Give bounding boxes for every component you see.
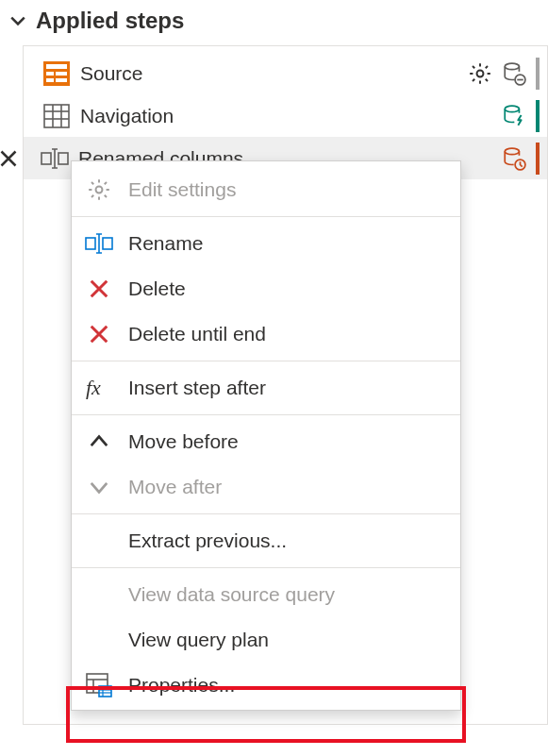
gear-icon[interactable] (466, 59, 494, 88)
menu-extract-previous[interactable]: Extract previous... (72, 518, 460, 563)
step-source[interactable]: Source (24, 52, 547, 94)
menu-label: View query plan (128, 629, 269, 651)
gear-icon (85, 176, 113, 204)
close-icon (85, 320, 113, 348)
menu-label: Extract previous... (128, 529, 287, 552)
status-bar (536, 100, 540, 132)
step-label: Source (80, 62, 143, 85)
menu-separator (72, 216, 460, 217)
svg-point-6 (477, 70, 484, 76)
menu-edit-settings: Edit settings (72, 167, 460, 212)
svg-rect-1 (46, 64, 67, 69)
panel-title: Applied steps (36, 8, 184, 34)
menu-move-after: Move after (72, 464, 460, 510)
chevron-down-icon (85, 473, 113, 501)
close-icon (85, 275, 113, 303)
svg-point-20 (96, 187, 103, 193)
panel-header[interactable]: Applied steps (0, 0, 548, 45)
chevron-down-icon (9, 12, 26, 29)
database-bolt-icon (500, 102, 528, 130)
svg-point-7 (505, 63, 519, 70)
database-clock-icon (500, 144, 528, 173)
svg-rect-3 (56, 72, 67, 76)
table-icon (42, 103, 71, 129)
svg-rect-28 (99, 686, 111, 697)
menu-move-before[interactable]: Move before (72, 419, 460, 464)
status-bar (536, 58, 540, 90)
menu-label: Delete until end (128, 323, 266, 345)
menu-label: Insert step after (128, 377, 266, 399)
svg-point-14 (505, 106, 519, 112)
menu-label: Delete (128, 277, 186, 300)
menu-separator (72, 414, 460, 415)
svg-point-18 (505, 148, 519, 155)
svg-rect-9 (44, 105, 69, 127)
svg-rect-22 (103, 238, 112, 249)
status-bar (536, 143, 540, 175)
menu-view-data-source-query: View data source query (72, 572, 460, 617)
menu-label: Move before (128, 430, 239, 453)
menu-label: View data source query (128, 583, 335, 606)
menu-view-query-plan[interactable]: View query plan (72, 617, 460, 663)
menu-delete-until-end[interactable]: Delete until end (72, 311, 460, 357)
fx-icon: fx (85, 374, 113, 402)
menu-delete[interactable]: Delete (72, 266, 460, 311)
svg-rect-5 (56, 78, 67, 82)
svg-text:fx: fx (86, 377, 101, 399)
svg-rect-16 (58, 153, 68, 164)
menu-insert-step-after[interactable]: fx Insert step after (72, 365, 460, 411)
delete-step-icon[interactable] (0, 149, 18, 168)
svg-rect-4 (46, 78, 54, 82)
svg-rect-21 (86, 238, 95, 249)
properties-icon (85, 671, 113, 699)
rename-columns-icon (41, 145, 69, 172)
context-menu: Edit settings Rename Delete Delete until… (71, 160, 461, 711)
menu-separator (72, 513, 460, 514)
step-label: Navigation (80, 105, 174, 127)
menu-rename[interactable]: Rename (72, 221, 460, 266)
menu-label: Rename (128, 232, 203, 255)
menu-label: Edit settings (128, 178, 236, 201)
step-navigation[interactable]: Navigation (24, 94, 547, 137)
menu-label: Move after (128, 476, 222, 498)
svg-rect-2 (46, 72, 54, 76)
table-source-icon (42, 60, 71, 87)
menu-separator (72, 361, 460, 361)
menu-properties[interactable]: Properties... (72, 663, 460, 708)
rename-icon (85, 229, 113, 258)
database-minus-icon (500, 59, 528, 88)
svg-rect-15 (42, 153, 51, 164)
applied-steps-panel: Applied steps Source (0, 0, 548, 725)
chevron-up-icon (85, 428, 113, 456)
menu-separator (72, 567, 460, 568)
menu-label: Properties... (128, 674, 235, 697)
